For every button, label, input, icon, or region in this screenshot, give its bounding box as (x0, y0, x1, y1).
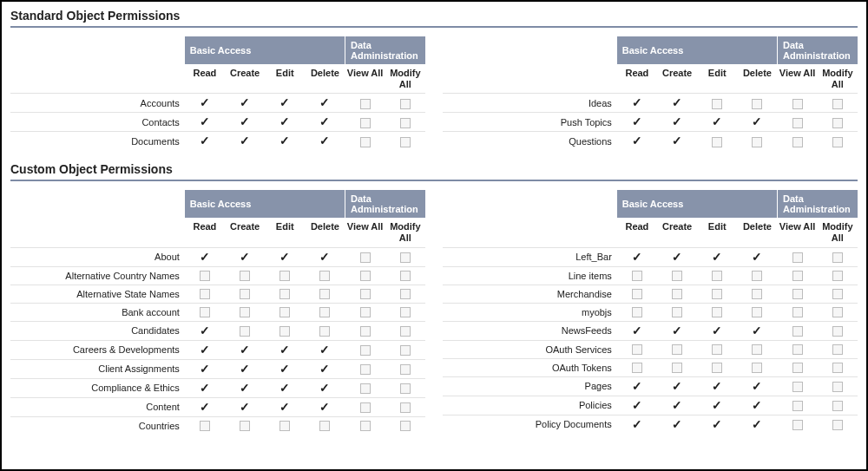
permission-cell[interactable]: ✓ (617, 132, 657, 151)
permission-cell[interactable] (657, 358, 697, 376)
permission-cell[interactable] (778, 94, 818, 113)
permission-cell[interactable]: ✓ (697, 376, 737, 396)
permission-cell[interactable]: ✓ (617, 94, 657, 113)
permission-cell[interactable] (385, 303, 425, 321)
permission-cell[interactable] (737, 94, 777, 113)
permission-cell[interactable]: ✓ (185, 113, 225, 132)
permission-cell[interactable] (385, 359, 425, 378)
permission-cell[interactable] (225, 285, 265, 303)
permission-cell[interactable]: ✓ (305, 397, 345, 416)
permission-cell[interactable] (778, 285, 818, 303)
permission-cell[interactable]: ✓ (305, 378, 345, 397)
permission-cell[interactable] (818, 358, 858, 376)
permission-cell[interactable] (345, 132, 385, 151)
permission-cell[interactable] (265, 416, 305, 435)
permission-cell[interactable] (818, 415, 858, 434)
permission-cell[interactable] (385, 132, 425, 151)
permission-cell[interactable] (265, 303, 305, 321)
permission-cell[interactable] (345, 285, 385, 303)
permission-cell[interactable]: ✓ (225, 94, 265, 113)
permission-cell[interactable] (265, 321, 305, 340)
permission-cell[interactable] (617, 303, 657, 321)
permission-cell[interactable]: ✓ (185, 247, 225, 266)
permission-cell[interactable]: ✓ (225, 378, 265, 397)
permission-cell[interactable] (385, 94, 425, 113)
permission-cell[interactable] (778, 303, 818, 321)
permission-cell[interactable] (737, 266, 777, 285)
permission-cell[interactable] (778, 113, 818, 132)
permission-cell[interactable] (778, 415, 818, 434)
permission-cell[interactable] (265, 285, 305, 303)
permission-cell[interactable] (345, 416, 385, 435)
permission-cell[interactable] (345, 266, 385, 285)
permission-cell[interactable] (385, 321, 425, 340)
permission-cell[interactable]: ✓ (617, 113, 657, 132)
permission-cell[interactable] (345, 340, 385, 359)
permission-cell[interactable]: ✓ (185, 378, 225, 397)
permission-cell[interactable]: ✓ (657, 132, 697, 151)
permission-cell[interactable]: ✓ (697, 113, 737, 132)
permission-cell[interactable] (778, 358, 818, 376)
permission-cell[interactable]: ✓ (737, 321, 777, 340)
permission-cell[interactable] (697, 132, 737, 151)
permission-cell[interactable] (305, 266, 345, 285)
permission-cell[interactable]: ✓ (617, 247, 657, 266)
permission-cell[interactable]: ✓ (305, 340, 345, 359)
permission-cell[interactable] (385, 378, 425, 397)
permission-cell[interactable] (657, 266, 697, 285)
permission-cell[interactable]: ✓ (185, 397, 225, 416)
permission-cell[interactable] (778, 266, 818, 285)
permission-cell[interactable] (345, 397, 385, 416)
permission-cell[interactable] (617, 358, 657, 376)
permission-cell[interactable] (305, 303, 345, 321)
permission-cell[interactable]: ✓ (737, 415, 777, 434)
permission-cell[interactable]: ✓ (265, 132, 305, 151)
permission-cell[interactable]: ✓ (305, 247, 345, 266)
permission-cell[interactable] (617, 285, 657, 303)
permission-cell[interactable] (265, 266, 305, 285)
permission-cell[interactable]: ✓ (185, 321, 225, 340)
permission-cell[interactable] (185, 416, 225, 435)
permission-cell[interactable]: ✓ (265, 397, 305, 416)
permission-cell[interactable]: ✓ (225, 132, 265, 151)
permission-cell[interactable]: ✓ (657, 94, 697, 113)
permission-cell[interactable] (778, 396, 818, 415)
permission-cell[interactable] (737, 340, 777, 358)
permission-cell[interactable]: ✓ (305, 94, 345, 113)
permission-cell[interactable]: ✓ (657, 415, 697, 434)
permission-cell[interactable]: ✓ (265, 359, 305, 378)
permission-cell[interactable] (778, 247, 818, 266)
permission-cell[interactable] (697, 285, 737, 303)
permission-cell[interactable] (697, 340, 737, 358)
permission-cell[interactable] (185, 266, 225, 285)
permission-cell[interactable] (778, 321, 818, 340)
permission-cell[interactable] (818, 285, 858, 303)
permission-cell[interactable]: ✓ (185, 359, 225, 378)
permission-cell[interactable] (185, 303, 225, 321)
permission-cell[interactable] (385, 247, 425, 266)
permission-cell[interactable] (225, 321, 265, 340)
permission-cell[interactable] (617, 340, 657, 358)
permission-cell[interactable] (225, 266, 265, 285)
permission-cell[interactable] (737, 285, 777, 303)
permission-cell[interactable] (385, 416, 425, 435)
permission-cell[interactable]: ✓ (657, 247, 697, 266)
permission-cell[interactable]: ✓ (617, 376, 657, 396)
permission-cell[interactable] (778, 132, 818, 151)
permission-cell[interactable] (345, 94, 385, 113)
permission-cell[interactable]: ✓ (305, 113, 345, 132)
permission-cell[interactable] (657, 340, 697, 358)
permission-cell[interactable] (305, 321, 345, 340)
permission-cell[interactable]: ✓ (697, 247, 737, 266)
permission-cell[interactable] (225, 303, 265, 321)
permission-cell[interactable] (818, 266, 858, 285)
permission-cell[interactable]: ✓ (617, 321, 657, 340)
permission-cell[interactable] (185, 285, 225, 303)
permission-cell[interactable]: ✓ (265, 113, 305, 132)
permission-cell[interactable] (385, 340, 425, 359)
permission-cell[interactable] (818, 376, 858, 396)
permission-cell[interactable] (697, 266, 737, 285)
permission-cell[interactable]: ✓ (657, 113, 697, 132)
permission-cell[interactable]: ✓ (225, 247, 265, 266)
permission-cell[interactable]: ✓ (697, 415, 737, 434)
